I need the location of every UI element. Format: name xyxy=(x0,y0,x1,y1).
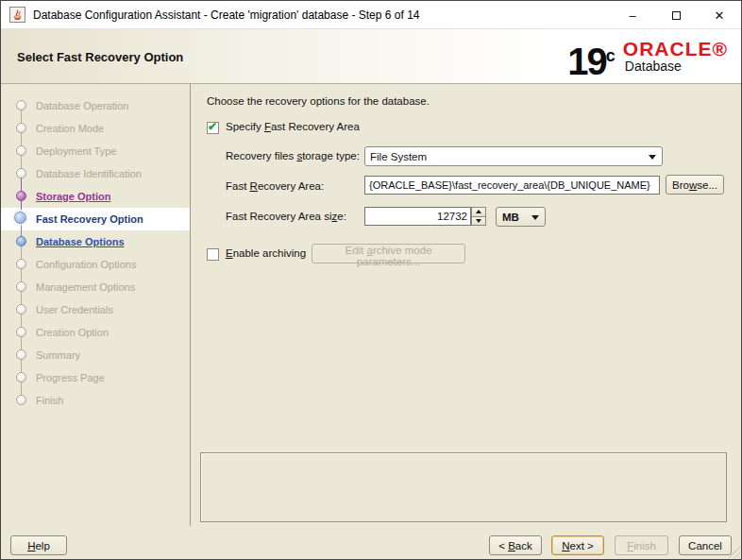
header-banner: Select Fast Recovery Option 19c ORACLE® … xyxy=(1,29,741,84)
dbca-window: Database Configuration Assistant - Creat… xyxy=(0,0,742,560)
step-bullet-icon xyxy=(16,100,26,110)
step-bullet-icon xyxy=(16,145,26,156)
step-label: Creation Option xyxy=(36,321,109,344)
sidebar-step-deployment-type: Deployment Type xyxy=(1,140,190,162)
step-bullet-icon xyxy=(16,372,26,382)
fra-size-input[interactable] xyxy=(364,207,471,226)
step-label: Creation Mode xyxy=(36,117,104,140)
step-label: Configuration Options xyxy=(36,253,136,276)
sidebar-step-user-credentials: User Credentials xyxy=(1,298,190,321)
step-label: Database Identification xyxy=(36,162,142,185)
sidebar-step-database-identification: Database Identification xyxy=(1,162,190,185)
step-label: Database Options xyxy=(36,230,125,253)
step-bullet-icon xyxy=(16,304,26,314)
sidebar-step-creation-mode: Creation Mode xyxy=(1,117,190,140)
sidebar-step-finish: Finish xyxy=(1,389,190,412)
instruction-text: Choose the recovery options for the data… xyxy=(207,95,430,107)
page-title: Select Fast Recovery Option xyxy=(17,50,183,64)
step-label: Summary xyxy=(36,344,80,366)
sidebar-step-progress-page: Progress Page xyxy=(1,366,190,389)
step-bullet-icon xyxy=(16,168,26,178)
step-label: Management Options xyxy=(36,276,135,298)
back-button[interactable]: < Back xyxy=(489,535,542,555)
sidebar-step-database-options[interactable]: Database Options xyxy=(1,230,190,253)
step-bullet-icon xyxy=(16,123,26,133)
minimize-button[interactable]: – xyxy=(611,1,654,29)
main-panel: Choose the recovery options for the data… xyxy=(192,84,742,526)
size-unit-select[interactable]: MB xyxy=(496,207,546,227)
step-label: Storage Option xyxy=(36,185,110,208)
finish-button: Finish xyxy=(615,535,668,555)
step-label: User Credentials xyxy=(36,298,113,321)
specify-fra-label: Specify Fast Recovery Area xyxy=(226,121,360,132)
edit-archive-mode-button: Edit archive mode parameters... xyxy=(312,244,465,263)
step-bullet-icon xyxy=(16,395,26,405)
size-unit-value: MB xyxy=(502,212,519,223)
step-label: Deployment Type xyxy=(36,140,116,162)
oracle-brand-logo: 19c ORACLE® Database xyxy=(567,35,728,82)
spin-down-button[interactable] xyxy=(471,217,486,227)
maximize-button[interactable] xyxy=(654,1,698,29)
close-button[interactable]: ✕ xyxy=(698,1,741,29)
sidebar-step-configuration-options: Configuration Options xyxy=(1,253,190,276)
step-bullet-icon xyxy=(16,259,26,269)
enable-archiving-checkbox[interactable] xyxy=(207,248,219,261)
java-app-icon xyxy=(9,7,25,23)
step-label: Finish xyxy=(36,389,63,412)
cancel-button[interactable]: Cancel xyxy=(679,535,732,555)
enable-archiving-label: Enable archiving xyxy=(226,247,306,259)
database-label: Database xyxy=(623,59,728,74)
fra-location-input[interactable] xyxy=(364,176,660,195)
step-label: Fast Recovery Option xyxy=(36,208,143,230)
browse-button[interactable]: Browse... xyxy=(666,175,724,195)
wizard-sidebar: Database OperationCreation ModeDeploymen… xyxy=(1,84,191,526)
spin-up-button[interactable] xyxy=(471,207,486,217)
fra-size-spinner xyxy=(471,207,486,226)
oracle-wordmark: ORACLE® xyxy=(623,40,728,59)
sidebar-step-summary: Summary xyxy=(1,344,190,366)
sidebar-step-creation-option: Creation Option xyxy=(1,321,190,344)
fra-size-label: Fast Recovery Area size: xyxy=(226,211,346,222)
step-bullet-icon xyxy=(16,191,26,201)
window-title: Database Configuration Assistant - Creat… xyxy=(33,8,419,22)
step-bullet-icon xyxy=(16,327,26,337)
specify-fra-checkbox[interactable] xyxy=(207,122,219,134)
step-bullet-icon xyxy=(16,236,26,246)
sidebar-step-management-options: Management Options xyxy=(1,276,190,298)
footer-bar: Help < Back Next > Finish Cancel xyxy=(1,526,741,560)
help-button[interactable]: Help xyxy=(10,535,67,555)
storage-type-label: Recovery files storage type: xyxy=(226,150,360,161)
sidebar-step-fast-recovery-option[interactable]: Fast Recovery Option xyxy=(1,208,190,230)
message-box xyxy=(200,452,727,522)
sidebar-step-database-operation: Database Operation xyxy=(1,94,190,117)
step-bullet-icon xyxy=(14,212,26,224)
sidebar-step-storage-option[interactable]: Storage Option xyxy=(1,185,190,208)
storage-type-select[interactable]: File System xyxy=(364,146,663,166)
storage-type-value: File System xyxy=(370,151,427,162)
chevron-down-icon xyxy=(649,155,656,160)
step-label: Progress Page xyxy=(36,366,105,389)
title-bar: Database Configuration Assistant - Creat… xyxy=(1,1,741,29)
next-button[interactable]: Next > xyxy=(551,535,604,555)
step-bullet-icon xyxy=(16,281,26,292)
fra-location-label: Fast Recovery Area: xyxy=(226,180,324,192)
version-19c: 19c xyxy=(567,35,616,82)
chevron-down-icon xyxy=(531,215,539,220)
wizard-steps: Database OperationCreation ModeDeploymen… xyxy=(1,94,190,412)
step-bullet-icon xyxy=(16,349,26,360)
step-label: Database Operation xyxy=(36,94,128,117)
maximize-icon xyxy=(672,11,681,20)
